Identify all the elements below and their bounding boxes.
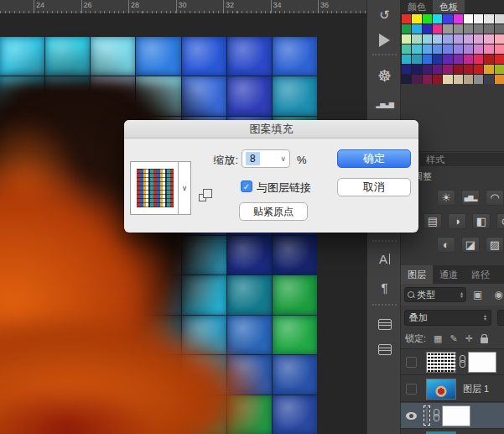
swatch[interactable] (495, 44, 504, 54)
swatch[interactable] (433, 44, 442, 54)
swatch[interactable] (454, 55, 463, 64)
swatch[interactable] (423, 24, 432, 34)
layer-row-image[interactable]: 图层 1 (401, 376, 504, 402)
swatch[interactable] (454, 14, 463, 24)
layer-row-clipped[interactable] (401, 430, 504, 434)
cancel-button[interactable]: 取消 (337, 178, 411, 196)
tab-color[interactable]: 颜色 (401, 0, 433, 13)
eye-icon[interactable] (406, 412, 417, 420)
actions-panel-icon[interactable] (367, 29, 402, 52)
swatch[interactable] (412, 65, 421, 74)
swatch[interactable] (423, 55, 432, 64)
swatch[interactable] (474, 75, 483, 84)
lock-pixels-brush-icon[interactable]: ✎ (449, 333, 457, 344)
swatch[interactable] (433, 14, 442, 24)
swatch[interactable] (495, 24, 504, 34)
swatch[interactable] (464, 65, 473, 74)
swatch[interactable] (495, 75, 504, 84)
swatch[interactable] (412, 14, 421, 24)
swatch[interactable] (433, 55, 442, 64)
swatch[interactable] (443, 44, 452, 54)
layer-filter-kind-dropdown[interactable]: 类型 ▴▾ (404, 287, 466, 302)
new-pattern-preset-button[interactable] (199, 189, 212, 201)
swatch[interactable] (412, 24, 421, 34)
selective-color-adjustment-icon[interactable]: ▨ (486, 237, 504, 253)
swatch[interactable] (433, 24, 442, 34)
swatch[interactable] (423, 75, 432, 84)
swatch[interactable] (454, 34, 463, 44)
lock-position-icon[interactable]: ✛ (465, 333, 473, 344)
tab-channels[interactable]: 通道 (433, 265, 465, 284)
swatch[interactable] (484, 75, 493, 84)
black-white-adjustment-icon[interactable]: ◧ (472, 213, 491, 229)
swatch[interactable] (484, 24, 493, 34)
swatch[interactable] (484, 65, 493, 74)
swatch[interactable] (433, 75, 442, 84)
swatch[interactable] (464, 34, 473, 44)
invert-adjustment-icon[interactable]: ◐ (437, 237, 455, 253)
layer-mask-thumbnail[interactable] (468, 352, 496, 373)
swatch[interactable] (484, 44, 493, 54)
layer-mask-thumbnail[interactable] (442, 405, 470, 426)
swatch[interactable] (454, 75, 463, 84)
swatch[interactable] (423, 34, 432, 44)
swatch[interactable] (484, 34, 493, 44)
visibility-toggle[interactable] (406, 384, 417, 395)
tab-paths[interactable]: 路径 (465, 265, 496, 284)
swatch[interactable] (443, 55, 452, 64)
photo-filter-adjustment-icon[interactable]: ⊚ (496, 213, 504, 229)
swatch[interactable] (443, 24, 452, 34)
swatch[interactable] (454, 44, 463, 54)
swatch[interactable] (464, 75, 473, 84)
swatch[interactable] (412, 44, 421, 54)
curves-adjustment-icon[interactable]: ◠ (486, 190, 504, 206)
pattern-layer-thumbnail[interactable] (426, 407, 428, 423)
ok-button[interactable]: 确定 (337, 149, 411, 168)
swatch[interactable] (474, 55, 483, 64)
swatch[interactable] (423, 14, 432, 24)
lock-all-icon[interactable] (481, 337, 488, 343)
swatch[interactable] (402, 44, 411, 54)
gradient-map-adjustment-icon[interactable]: ◪ (461, 237, 480, 253)
snap-to-origin-button[interactable]: 贴紧原点 (239, 202, 308, 221)
swatch[interactable] (402, 24, 411, 34)
swatch[interactable] (402, 55, 411, 64)
tab-layers[interactable]: 图层 (401, 265, 433, 284)
tab-swatches[interactable]: 色板 (433, 0, 465, 13)
lock-transparency-icon[interactable]: ▦ (434, 333, 442, 344)
layer-name[interactable]: 图层 1 (463, 383, 489, 395)
paragraph-panel-icon[interactable]: ¶ (367, 275, 402, 299)
swatch[interactable] (495, 34, 504, 44)
swatch[interactable] (454, 65, 463, 74)
swatch[interactable] (454, 24, 463, 34)
swatch[interactable] (474, 34, 483, 44)
swatch[interactable] (443, 34, 452, 44)
opacity-field-clipped[interactable] (497, 310, 504, 326)
scale-combobox[interactable]: 8 ∨ (242, 149, 290, 168)
blend-mode-dropdown[interactable]: 叠加 ▴▾ (404, 310, 491, 326)
mosaic-grid[interactable] (0, 37, 317, 434)
color-balance-adjustment-icon[interactable]: ◑ (448, 213, 466, 229)
swatch[interactable] (495, 14, 504, 24)
dialog-title[interactable]: 图案填充 (124, 120, 418, 139)
swatch[interactable] (402, 14, 411, 24)
swatch[interactable] (423, 65, 432, 74)
swatch[interactable] (433, 34, 442, 44)
swatch[interactable] (443, 75, 452, 84)
swatch[interactable] (474, 14, 483, 24)
layer-row-pattern-fill-top[interactable] (401, 349, 504, 375)
swatch[interactable] (423, 44, 432, 54)
swatch[interactable] (443, 14, 452, 24)
levels-adjustment-icon[interactable]: ▄▆▂ (461, 190, 480, 206)
history-panel-icon[interactable]: ↺ (367, 3, 402, 27)
swatch[interactable] (495, 65, 504, 74)
vibrance-adjustment-icon[interactable]: ▤ (423, 213, 442, 229)
swatch[interactable] (495, 55, 504, 64)
swatch[interactable] (464, 14, 473, 24)
visibility-toggle[interactable] (406, 357, 417, 368)
swatch[interactable] (433, 65, 442, 74)
swatch[interactable] (484, 55, 493, 64)
link-with-layer-checkbox[interactable]: ✓ (241, 180, 252, 192)
image-layer-thumbnail[interactable] (426, 379, 456, 400)
navigator-panel-icon[interactable]: ☸ (367, 64, 402, 87)
